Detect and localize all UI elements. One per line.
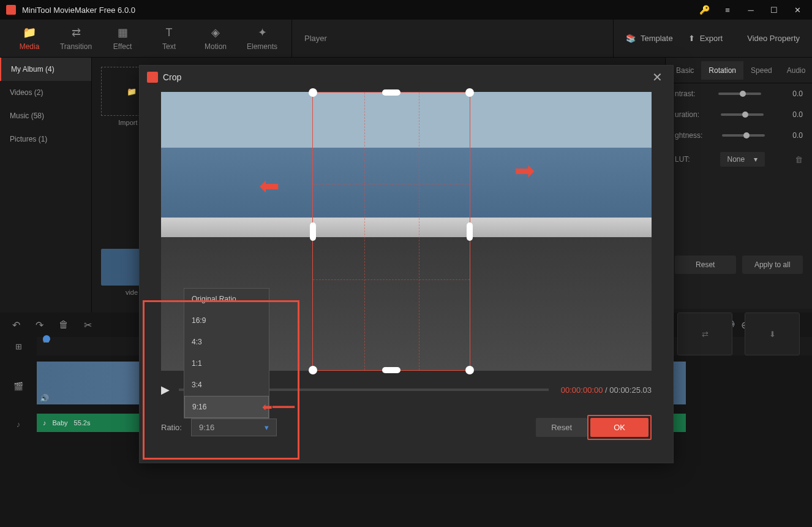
playhead[interactable] [43, 335, 50, 343]
export-button[interactable]: ⬆ Export [688, 34, 723, 43]
text-icon: T [166, 26, 173, 39]
close-icon[interactable]: ✕ [789, 1, 806, 18]
tab-audio[interactable]: Audio [780, 61, 812, 80]
text-tab[interactable]: T Text [146, 26, 192, 51]
effect-icon: ▦ [118, 26, 128, 39]
split-icon[interactable]: ✂ [84, 319, 92, 331]
menu-icon[interactable]: ≡ [719, 1, 736, 18]
crop-handle-tm[interactable] [382, 89, 400, 96]
lut-label: LUT: [675, 155, 690, 164]
redo-icon[interactable]: ↷ [36, 319, 43, 331]
ratio-label: Ratio: [161, 423, 182, 432]
contrast-value: 0.0 [784, 89, 803, 98]
saturation-slider[interactable] [721, 113, 764, 116]
ratio-opt-11[interactable]: 1:1 [184, 353, 269, 374]
ok-highlight: OK [587, 415, 652, 440]
crop-handle-tr[interactable] [465, 88, 474, 97]
sidebar-videos[interactable]: Videos (2) [0, 81, 91, 104]
total-time: 00:00:25.03 [609, 385, 652, 395]
sidebar-pictures[interactable]: Pictures (1) [0, 127, 91, 151]
crop-handle-mr[interactable] [467, 222, 473, 241]
player-section: Player [291, 20, 614, 57]
speaker-icon: 🔊 [40, 394, 49, 403]
annotation-arrow-left: ⬅ [259, 172, 280, 200]
add-track-icon[interactable]: ⊞ [15, 342, 22, 351]
elements-tab[interactable]: ✦ Elements [239, 26, 285, 51]
download-box[interactable]: ⬇ [745, 313, 800, 355]
ratio-opt-169[interactable]: 16:9 [184, 310, 269, 332]
crop-handle-ml[interactable] [310, 222, 316, 241]
ratio-opt-original[interactable]: Original Ratio [184, 289, 269, 310]
effect-tab[interactable]: ▦ Effect [99, 26, 146, 51]
media-label: Media [20, 42, 40, 51]
ratio-dropdown: Original Ratio 16:9 4:3 1:1 3:4 9:16 ⬅━━… [184, 288, 269, 419]
ok-button[interactable]: OK [590, 418, 648, 437]
saturation-label: uration: [675, 110, 699, 119]
brightness-slider[interactable] [722, 134, 765, 137]
template-button[interactable]: 📚 Template [626, 34, 673, 43]
motion-icon: ◈ [211, 26, 220, 39]
export-icon: ⬆ [688, 34, 695, 43]
template-icon: 📚 [626, 34, 636, 43]
annotation-arrow-right: ➡ [514, 156, 535, 184]
motion-tab[interactable]: ◈ Motion [192, 26, 239, 51]
reset-button[interactable]: Reset [536, 418, 587, 437]
reset-button[interactable]: Reset [675, 256, 736, 274]
apply-all-button[interactable]: Apply to all [742, 256, 803, 274]
text-label: Text [162, 42, 176, 51]
main-toolbar: 📁 Media ⇄ Transition ▦ Effect T Text ◈ M… [0, 20, 812, 58]
saturation-value: 0.0 [784, 110, 803, 119]
delete-icon[interactable]: 🗑 [795, 155, 803, 164]
motion-label: Motion [205, 42, 227, 51]
elements-icon: ✦ [258, 26, 267, 39]
crop-app-icon [147, 72, 158, 83]
ratio-select[interactable]: 9:16 ▾ [191, 419, 277, 436]
tab-rotation[interactable]: Rotation [701, 61, 743, 80]
crop-close-icon[interactable]: ✕ [649, 70, 666, 85]
ratio-opt-34[interactable]: 3:4 [184, 374, 269, 396]
chevron-down-icon: ▾ [754, 155, 757, 164]
ratio-opt-916[interactable]: 9:16 ⬅━━━ [184, 396, 269, 418]
key-icon[interactable]: 🔑 [696, 1, 713, 18]
elements-label: Elements [247, 42, 277, 51]
player-label: Player [304, 34, 327, 43]
transition-icon: ⇄ [72, 26, 81, 39]
app-icon [6, 5, 16, 15]
play-icon[interactable]: ▶ [161, 383, 170, 396]
video-track-icon: 🎬 [0, 362, 37, 411]
contrast-label: ntrast: [675, 89, 695, 98]
titlebar: MiniTool MovieMaker Free 6.0.0 🔑 ≡ ─ ☐ ✕ [0, 0, 812, 20]
crop-title: Crop [163, 72, 649, 82]
ratio-opt-43[interactable]: 4:3 [184, 332, 269, 353]
folder-icon: 📁 [23, 26, 36, 39]
crop-handle-tl[interactable] [309, 88, 317, 97]
swap-box[interactable]: ⇄ [677, 313, 732, 355]
music-icon: ♪ [43, 419, 47, 427]
video-property-label: Video Property [735, 34, 812, 43]
transition-label: Transition [60, 42, 92, 51]
minimize-icon[interactable]: ─ [742, 1, 759, 18]
undo-icon[interactable]: ↶ [12, 319, 20, 331]
lut-select[interactable]: None ▾ [720, 152, 765, 167]
transition-tab[interactable]: ⇄ Transition [53, 26, 99, 51]
effect-label: Effect [113, 42, 132, 51]
audio-track-icon: ♪ [0, 414, 37, 435]
tab-basic[interactable]: Basic [669, 61, 701, 80]
app-title: MiniTool MovieMaker Free 6.0.0 [22, 6, 696, 15]
property-panel: Basic Rotation Speed Audio ntrast: 0.0 u… [665, 58, 812, 309]
contrast-slider[interactable] [718, 93, 761, 95]
media-tab[interactable]: 📁 Media [6, 26, 53, 51]
current-time: 00:00:00:00 [561, 385, 603, 395]
sidebar-music[interactable]: Music (58) [0, 104, 91, 127]
crop-dialog: Crop ✕ ⬅ ➡ ▶ 00:00:00:00 / 00:00:25.03 R… [139, 65, 674, 463]
brightness-label: ghtness: [675, 131, 702, 140]
crop-box[interactable] [312, 92, 470, 371]
delete-icon[interactable]: 🗑 [59, 319, 69, 330]
sidebar-my-album[interactable]: My Album (4) [0, 58, 91, 81]
chevron-down-icon: ▾ [265, 423, 269, 432]
annotation-arrow: ⬅━━━ [262, 400, 323, 414]
maximize-icon[interactable]: ☐ [765, 1, 783, 18]
brightness-value: 0.0 [784, 131, 803, 140]
tab-speed[interactable]: Speed [743, 61, 780, 80]
